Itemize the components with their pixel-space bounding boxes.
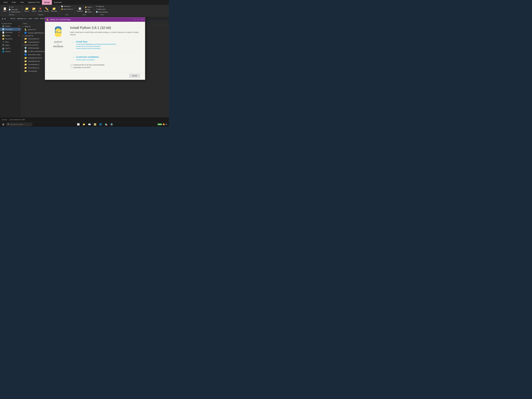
maximize-button[interactable]: □ <box>137 18 140 21</box>
sidebar-item-music[interactable]: 🎵 Music <box>0 40 21 44</box>
documents2-icon: 📁 <box>2 38 4 40</box>
invert-selection-button[interactable]: 🔄 Invert selection <box>95 11 109 13</box>
quick-access-label: ▼ Quick access <box>0 22 21 25</box>
dialog-titlebar: 🐍 Python 3.8.1 (32-bit) Setup — □ ✕ <box>45 17 145 22</box>
videos-icon: 🎬 <box>2 44 4 46</box>
paste-button[interactable]: 📋 Paste <box>2 7 8 13</box>
tray-volume: 🔊 <box>165 124 167 125</box>
group-earlier-arrow: ▼ <box>22 44 24 46</box>
paste-icon: 📋 <box>3 7 6 10</box>
tab-home[interactable]: Home <box>1 0 10 5</box>
dialog-footer: Cancel <box>45 72 145 80</box>
store-button[interactable]: 🛍️ <box>103 122 109 127</box>
taskbar-middle: ⬜ 📁 ✉️ 🖼️ 🌐 🛍️ ⚙️ <box>76 122 114 127</box>
sidebar-item-desktop[interactable]: 🖥️ Desktop 📌 <box>0 25 21 28</box>
task-view-button[interactable]: ⬜ <box>76 122 81 127</box>
copy-path-button[interactable]: 📄 Copy path <box>8 8 21 11</box>
checkbox-path-row[interactable]: Add Python 3.8 to PATH <box>71 67 139 69</box>
select-none-button[interactable]: ☐ Select none <box>95 8 106 10</box>
organize-label: Organize <box>38 14 43 16</box>
easy-access-button[interactable]: ⭐ Easy access ▾ <box>60 8 74 10</box>
ribbon-group-clipboard: 📋 Paste ✂️ Cut 📄 Copy path 📎 Paste short… <box>1 5 22 16</box>
copy-to-button[interactable]: 📂 Copy to <box>31 7 37 13</box>
tab-manage[interactable]: Manage <box>42 0 52 5</box>
move-to-button[interactable]: 📁 Move to <box>23 7 30 13</box>
dialog-title-text: 🐍 Python 3.8.1 (32-bit) Setup <box>46 18 70 21</box>
properties-button[interactable]: 🔲 Properties <box>76 7 84 13</box>
paste-shortcut-button[interactable]: 📎 Paste shortcut <box>8 11 21 13</box>
address-path[interactable]: This PC › Windows (C:) › Users › 17023 ›… <box>10 18 48 19</box>
python-file-icon: 🐍 <box>24 28 27 31</box>
taskbar-search[interactable]: 🔍 Type here to search <box>6 123 32 126</box>
sidebar-item-videos[interactable]: 🎬 Videos <box>0 44 21 47</box>
new-item-icon: 📄 <box>61 6 63 7</box>
history-button[interactable]: 🕐 History <box>84 11 93 13</box>
nav-forward-button[interactable]: ▶ <box>4 17 6 20</box>
install-now-arrow: → <box>72 41 74 43</box>
install-now-desc1: Includes IDLE, pip and documentation <box>76 45 116 47</box>
select-all-button[interactable]: ☑ Select all <box>95 5 105 7</box>
sidebar-item-pictures[interactable]: 🖼️ Pictures 📌 <box>0 34 21 37</box>
chrome2-icon: 📁 <box>24 63 27 66</box>
checkbox-launcher-row[interactable]: ✓ Install launcher for all users (recomm… <box>71 64 139 66</box>
install-now-option[interactable]: → Install Now C:\Users\17023\AppData\Loc… <box>70 39 140 51</box>
copy-path-icon: 📄 <box>9 9 11 10</box>
dialog-checkboxes: ✓ Install launcher for all users (recomm… <box>70 64 140 69</box>
nav-up-button[interactable]: ↑ <box>7 17 9 20</box>
win-taskbar: ⊞ 🔍 Type here to search ⬜ 📁 ✉️ 🖼️ 🌐 🛍️ ⚙… <box>0 122 169 127</box>
minimize-button[interactable]: — <box>133 18 136 21</box>
selected-info: 1 item selected 25.2 MB <box>9 119 25 120</box>
new-folder-icon: 📁 <box>52 7 56 10</box>
dialog-main-title: Install Python 3.8.1 (32-bit) <box>70 26 140 30</box>
sidebar-item-downloads[interactable]: ⬇️ Downloads 📌 <box>0 28 21 31</box>
edge-button[interactable]: 🌐 <box>98 122 103 127</box>
sidebar-item-documents2[interactable]: 📁 Documents <box>0 37 21 40</box>
checkbox-launcher[interactable]: ✓ <box>71 64 72 66</box>
new-folder-button[interactable]: 📁 New folder <box>50 7 58 13</box>
new-item-button[interactable]: 📄 New item ▾ <box>60 5 71 7</box>
tab-view[interactable]: View <box>18 0 26 5</box>
open-button[interactable]: 📂 Open ▾ <box>84 6 93 8</box>
search-icon: 🔍 <box>7 124 9 125</box>
dialog-content: Install Python 3.8.1 (32-bit) Select Ins… <box>70 26 140 69</box>
start-button[interactable]: ⊞ <box>0 122 6 127</box>
checkbox-path-label: Add Python 3.8 to PATH <box>74 67 90 69</box>
cancel-button[interactable]: Cancel <box>129 74 140 78</box>
sidebar-item-network[interactable]: 🌐 Network <box>0 50 21 53</box>
new-label: New <box>66 14 68 16</box>
pin-icon: 📌 <box>18 25 20 27</box>
close-button[interactable]: ✕ <box>140 18 144 21</box>
tab-share[interactable]: Share <box>10 0 18 5</box>
rename-button[interactable]: ✏️ Rename <box>43 7 50 13</box>
cut-button[interactable]: ✂️ Cut <box>8 6 21 8</box>
taskbar-tray: 100% 📶 🔊 <box>158 124 168 125</box>
path-users: Users <box>28 18 32 19</box>
mail-button[interactable]: ✉️ <box>87 122 92 127</box>
dialog-body: python for windows Install Python 3.8.1 … <box>45 22 145 72</box>
install-now-label: Install Now <box>76 40 116 43</box>
open-label: Open <box>83 14 86 16</box>
edit-icon: ✏️ <box>85 9 87 10</box>
tab-application-tools[interactable]: Application Tools <box>26 0 42 5</box>
customize-option[interactable]: → Customize installation Choose location… <box>70 54 140 62</box>
svg-point-3 <box>59 31 59 32</box>
settings-button[interactable]: ⚙️ <box>109 122 114 127</box>
edit-button[interactable]: ✏️ Edit <box>84 8 93 11</box>
checkbox-path[interactable] <box>71 67 72 69</box>
python-logo-svg <box>52 26 64 38</box>
pictures-icon: 🖼️ <box>2 35 4 37</box>
nav-back-button[interactable]: ◀ <box>1 17 4 20</box>
downloads-icon: ⬇️ <box>2 28 4 30</box>
pin-icon-3: 📌 <box>18 32 20 33</box>
sidebar-item-thispc[interactable]: 💻 This PC <box>0 47 21 50</box>
move-to-icon: 📁 <box>25 7 29 10</box>
paste-shortcut-icon: 📎 <box>9 11 11 13</box>
desktop-icon: 🖥️ <box>2 25 4 27</box>
tab-downloads[interactable]: Downloads <box>52 0 64 5</box>
sidebar-item-documents[interactable]: 📄 Documents 📌 <box>0 31 21 34</box>
delete-button[interactable]: ✖ Delete <box>38 7 43 13</box>
tray-battery: 100% <box>158 124 162 125</box>
easy-access-icon: ⭐ <box>61 8 63 10</box>
explorer-taskbar-button[interactable]: 📁 <box>81 122 87 127</box>
photos-button[interactable]: 🖼️ <box>92 122 98 127</box>
